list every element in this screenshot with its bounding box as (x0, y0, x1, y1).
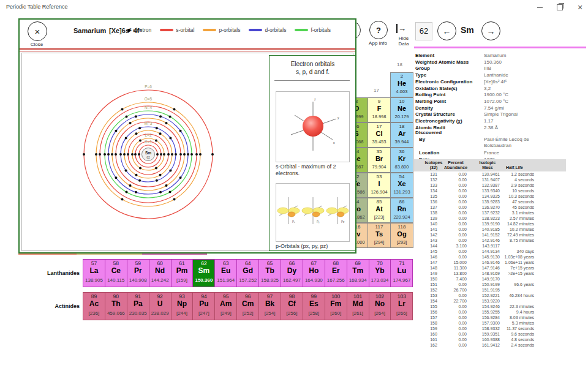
element-cell-Sm[interactable]: 62Sm150.360 (192, 259, 215, 287)
element-cell-Fm[interactable]: 100Fm[260] (325, 292, 347, 320)
element-cell-Gd[interactable]: 64Gd157.252 (236, 259, 259, 287)
element-symbol: Pm (172, 267, 193, 275)
element-cell-Bk[interactable]: 97Bk[254] (258, 292, 281, 320)
element-cell-At[interactable]: 85At[223] (368, 198, 391, 223)
atomic-mass: 83.800 (391, 164, 413, 170)
element-cell-Xe[interactable]: 54Xe131.293 (390, 173, 413, 198)
atomic-number-input[interactable]: 62 (415, 22, 432, 40)
isotope-half-life: 10.2 minutes (485, 227, 534, 231)
detail-label: Element (415, 53, 434, 58)
element-cell-Ts[interactable]: 117Ts[294] (368, 223, 391, 248)
isotope-half-life: 8.03 minutes (485, 315, 534, 320)
element-cell-Tm[interactable]: 69Tm168.934 (347, 259, 369, 287)
p-orbitals-image-frame: PₓPᵧPz (276, 183, 350, 242)
element-symbol: Lu (391, 267, 412, 275)
element-cell-Ce[interactable]: 58Ce140.115 (105, 259, 127, 287)
isotope-row: 1330.00132.93872.9 seconds (414, 183, 566, 189)
isotope-half-life: 46.284 hours (485, 293, 534, 298)
overlay-close-button[interactable]: × (28, 21, 47, 41)
question-mark-icon: ? (376, 26, 381, 35)
isotope-half-life: 72.49 minutes (485, 233, 534, 237)
next-element-button[interactable]: → (481, 21, 500, 40)
element-cell-Pr[interactable]: 59Pr140.908 (127, 259, 149, 287)
element-symbol: Ho (303, 267, 325, 275)
element-cell-Og[interactable]: 118Og[293] (390, 223, 413, 248)
element-cell-La[interactable]: 57La138.905 (83, 259, 105, 287)
element-cell-Dy[interactable]: 66Dy162.497 (281, 259, 303, 287)
element-cell-Eu[interactable]: 63Eu151.964 (214, 259, 237, 287)
element-symbol: Kr (391, 155, 413, 162)
element-cell-Cl[interactable]: 17Cl35.453 (368, 122, 391, 148)
close-window-button[interactable]: ✕ (573, 2, 587, 12)
element-cell-U[interactable]: 92U238.029 (149, 292, 172, 320)
isotope-row: 1420.00141.915272.49 minutes (414, 233, 566, 238)
element-cell-F[interactable]: 9F18.998 (368, 97, 391, 122)
panel-divider (414, 47, 586, 48)
app-info-button[interactable]: ? (369, 21, 388, 39)
element-symbol: Pa (127, 300, 149, 308)
lanthanides-row: 57La138.90558Ce140.11559Pr140.90860Nd144… (83, 259, 413, 287)
overlay-close-label: Close (25, 42, 48, 47)
previous-element-button[interactable]: ← (437, 21, 456, 40)
element-cell-Np[interactable]: 93Np[244] (171, 292, 194, 320)
atomic-mass: [293] (391, 239, 413, 245)
element-cell-Nd[interactable]: 60Nd144.242 (149, 259, 172, 287)
hide-data-button[interactable]: → (396, 23, 406, 34)
element-symbol: Br (368, 155, 390, 162)
atomic-mass: 173.034 (369, 277, 391, 284)
element-cell-Am[interactable]: 95Am[249] (214, 292, 237, 320)
element-cell-Yb[interactable]: 70Yb173.034 (369, 259, 391, 287)
detail-label: Oxidation State(s) (415, 86, 457, 91)
isotope-abundance: 0.00 (437, 315, 467, 320)
element-cell-Er[interactable]: 68Er167.256 (325, 259, 347, 287)
isotope-abundance: 0.00 (437, 255, 467, 259)
element-cell-Kr[interactable]: 36Kr83.800 (390, 148, 413, 173)
element-cell-Es[interactable]: 99Es[258] (303, 292, 325, 320)
isotope-row: 15422.700153.9220 (414, 299, 566, 304)
element-cell-Pm[interactable]: 61Pm[159] (171, 259, 194, 287)
atomic-number: 2 (391, 73, 413, 80)
isotope-row: 14913.800148.9169>2e+15 years (414, 271, 566, 277)
element-cell-No[interactable]: 102No[264] (369, 292, 391, 320)
detail-row: TypeLanthanide (414, 72, 588, 79)
element-cell-Tb[interactable]: 65Tb158.925 (258, 259, 281, 287)
electron-dot (111, 153, 113, 156)
element-cell-Rn[interactable]: 86Rn220.924 (390, 198, 413, 223)
element-cell-Cm[interactable]: 96Cm[252] (236, 292, 259, 320)
isotope-half-life: 5.3 minutes (485, 321, 534, 325)
isotope-half-life: 8.75 minutes (485, 238, 534, 243)
detail-label: Melting Point (415, 99, 446, 104)
isotope-abundance: 0.00 (437, 343, 467, 347)
element-symbol: Cm (237, 300, 258, 308)
isotope-abundance: 0.00 (437, 211, 467, 215)
element-cell-Md[interactable]: 101Md[261] (347, 292, 369, 320)
element-cell-Th[interactable]: 90Th459.066 (105, 292, 127, 320)
element-cell-Ar[interactable]: 18Ar39.944 (390, 122, 413, 148)
atomic-mass: 140.908 (127, 277, 149, 284)
minimize-button[interactable] (533, 2, 546, 12)
element-cell-Cf[interactable]: 98Cf[256] (281, 292, 303, 320)
atomic-mass: 79.904 (368, 164, 390, 170)
electron-dot (121, 198, 124, 201)
element-cell-I[interactable]: 53I126.904 (368, 173, 391, 198)
atomic-number: 85 (368, 199, 390, 205)
element-cell-Lu[interactable]: 71Lu174.967 (390, 259, 413, 287)
element-cell-Ne[interactable]: 10Ne20.179 (390, 97, 413, 122)
element-cell-Ac[interactable]: 89Ac[236] (83, 292, 105, 320)
electron-dot (199, 153, 202, 156)
isotope-half-life: 2.57 minutes (485, 216, 534, 220)
element-cell-Ho[interactable]: 67Ho164.930 (303, 259, 325, 287)
element-cell-Pa[interactable]: 91Pa230.035 (127, 292, 149, 320)
s-orbital-swatch-icon (160, 29, 173, 31)
isotope-row: 1370.00136.927045 seconds (414, 205, 566, 211)
electron-dot (135, 132, 138, 135)
electron-dot (139, 139, 141, 141)
element-cell-Br[interactable]: 35Br79.904 (368, 148, 391, 173)
element-cell-Lr[interactable]: 103Lr[266] (390, 292, 413, 320)
detail-row: Weighted Atomic Mass150.360 (414, 59, 588, 66)
restore-button[interactable] (553, 2, 567, 12)
electron-dot (156, 179, 158, 182)
element-cell-He[interactable]: 2He4.003 (390, 72, 413, 97)
element-cell-Pu[interactable]: 94Pu[247] (192, 292, 215, 320)
electron-dot (125, 137, 127, 140)
